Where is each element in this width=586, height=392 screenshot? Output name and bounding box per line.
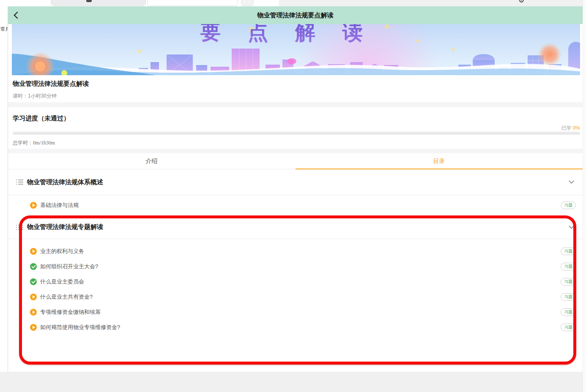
address-input[interactable] [51,0,146,6]
course-detail-panel: 物业管理法律法规要点解读 [8,6,583,392]
lesson-row[interactable]: 专项维修资金缴纳和续筹习题 [8,305,583,320]
total-study-time: 总学时：0m/1h30m [13,139,55,147]
sidebar-partial-label: 常用网 [0,26,8,33]
exercise-badge[interactable]: 习题 [561,293,576,301]
topbar-button[interactable] [241,0,254,6]
lesson-row[interactable]: 业主的权利与义务习题 [8,244,583,259]
dot-yellow-4 [451,47,455,52]
check-circle-icon [30,278,37,285]
total-label: 总学时： [13,140,33,146]
chapter-section: 物业管理法律法规专题解读业主的权利与义务习题如何组织召开业主大会?习题什么是业主… [8,215,583,335]
list-icon [16,180,23,185]
underlying-sidebar-strip: 常用网 [0,6,8,372]
banner-svg: 要点解读 [12,24,580,75]
chevron-down-icon[interactable] [569,223,574,229]
course-banner-illustration: 要点解读 [12,24,580,75]
exercise-badge[interactable]: 习题 [561,201,576,209]
chapter-title: 物业管理法律法规体系概述 [27,178,103,186]
browser-top-bar: ⚙ [0,0,586,6]
lesson-title: 基础法律与法规 [40,201,79,209]
tab-introduction[interactable]: 介绍 [8,153,296,169]
learned-percent: 已学0% [561,125,580,132]
panel-header: 物业管理法律法规要点解读 [8,6,583,24]
exercise-badge[interactable]: 习题 [561,278,576,286]
tab-catalog[interactable]: 目录 [296,153,583,169]
glow-orb-left-core [35,61,45,71]
list-icon [16,225,23,230]
banner-headline: 要点解读 [200,24,390,44]
scrollbar-track[interactable] [583,0,586,392]
exercise-badge[interactable]: 习题 [561,308,576,316]
page-footer [0,372,583,392]
check-circle-icon [30,263,37,270]
exercise-badge[interactable]: 习题 [561,263,576,270]
lesson-title: 业主的权利与义务 [40,248,84,255]
dot-yellow-3 [137,49,142,54]
lesson-row[interactable]: 基础法律与法规习题 [8,195,583,215]
learned-label: 已学 [561,125,572,131]
play-circle-icon [30,248,37,255]
play-circle-icon [30,202,37,209]
chevron-down-icon[interactable] [569,178,574,184]
section-divider [8,102,583,107]
lesson-title: 如何规范使用物业专项维修资金? [40,324,120,331]
lesson-title: 专项维修资金缴纳和续筹 [40,308,101,316]
section-divider [8,149,583,153]
chapter-header[interactable]: 物业管理法律法规专题解读 [8,215,583,239]
panel-title: 物业管理法律法规要点解读 [8,6,583,24]
catalog-list: 物业管理法律法规体系概述基础法律与法规习题物业管理法律法规专题解读业主的权利与义… [8,169,583,335]
tab-bar: 介绍 目录 [8,153,583,169]
lesson-title: 什么是业主共有资金? [40,293,93,301]
topbar-gray-area [279,0,586,6]
lesson-row[interactable]: 什么是业主委员会习题 [8,274,583,289]
progress-title: 学习进度（未通过） [13,114,70,122]
course-duration: 课时：1小时30分钟 [13,93,57,100]
play-circle-icon [30,309,37,316]
lesson-row[interactable]: 什么是业主共有资金?习题 [8,289,583,305]
progress-bar [13,132,580,135]
extension-icon[interactable] [86,0,92,2]
gear-icon[interactable]: ⚙ [518,0,524,4]
play-circle-icon [30,294,37,300]
lesson-row[interactable]: 如何组织召开业主大会?习题 [8,259,583,274]
dot-yellow-5 [416,39,420,43]
lesson-title: 什么是业主委员会 [40,278,84,286]
total-value: 0m/1h30m [33,140,55,146]
glow-orb-right [538,43,561,66]
chapter-title: 物业管理法律法规专题解读 [27,223,103,231]
exercise-badge[interactable]: 习题 [561,324,576,331]
chapter-header[interactable]: 物业管理法律法规体系概述 [8,169,583,195]
search-input[interactable] [147,0,238,6]
exercise-badge[interactable]: 习题 [561,248,576,255]
learned-value: 0% [573,125,580,131]
lesson-title: 如何组织召开业主大会? [40,263,98,270]
dot-pink [287,58,296,64]
lesson-row[interactable]: 如何规范使用物业专项维修资金?习题 [8,320,583,335]
play-circle-icon [30,324,37,331]
chapter-section: 物业管理法律法规体系概述基础法律与法规习题 [8,169,583,215]
course-title: 物业管理法律法规要点解读 [13,80,89,88]
